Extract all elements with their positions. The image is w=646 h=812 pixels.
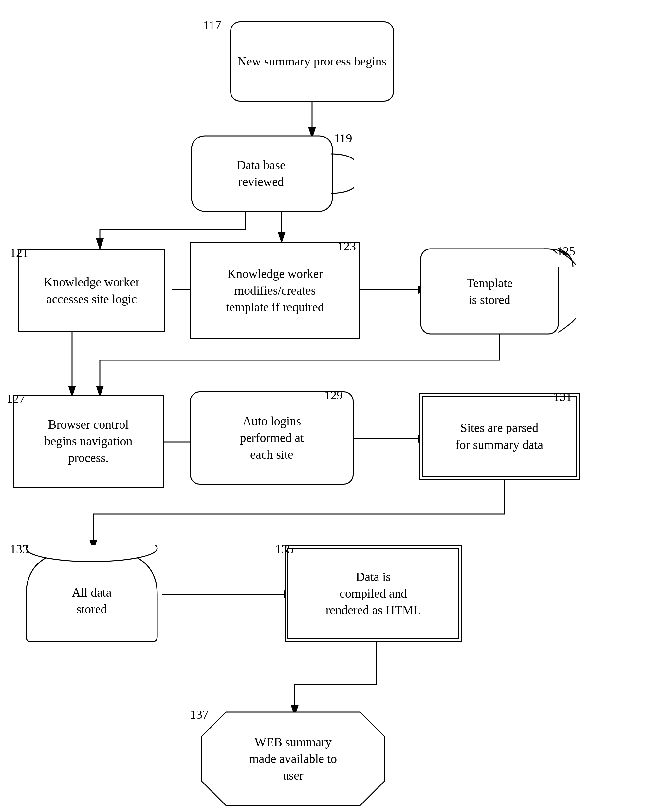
label-131: 131	[553, 390, 572, 404]
node-web-summary-text: WEB summarymade available touser	[249, 734, 337, 784]
node-all-data-stored: All datastored	[16, 545, 167, 643]
label-119: 119	[334, 131, 352, 145]
node-new-summary: New summary process begins	[230, 21, 394, 102]
label-117: 117	[203, 18, 221, 32]
node-browser-control-text: Browser controlbegins navigationprocess.	[44, 416, 132, 467]
node-kw-accesses-text: Knowledge workeraccesses site logic	[44, 274, 139, 307]
label-121: 121	[10, 246, 29, 260]
node-browser-control: Browser controlbegins navigationprocess.	[13, 395, 164, 488]
node-template-stored-text: Templateis stored	[467, 275, 513, 308]
node-data-compiled: Data iscompiled andrendered as HTML	[285, 545, 462, 642]
flowchart-diagram: New summary process begins 117 Data base…	[0, 0, 646, 812]
label-127: 127	[6, 391, 25, 406]
node-new-summary-text: New summary process begins	[238, 53, 387, 70]
node-kw-modifies: Knowledge workermodifies/createstemplate…	[190, 242, 360, 339]
node-all-data-stored-text: All datastored	[72, 584, 111, 618]
node-data-compiled-text: Data iscompiled andrendered as HTML	[325, 568, 421, 619]
node-web-summary: WEB summarymade available touser	[200, 710, 386, 807]
node-auto-logins-text: Auto loginsperformed ateach site	[240, 413, 304, 463]
node-kw-accesses: Knowledge workeraccesses site logic	[18, 249, 165, 332]
node-kw-modifies-text: Knowledge workermodifies/createstemplate…	[226, 266, 324, 316]
node-template-stored: Templateis stored	[419, 247, 576, 336]
node-database-reviewed-text: Data basereviewed	[237, 157, 286, 191]
label-125: 125	[557, 244, 575, 258]
node-sites-parsed: Sites are parsedfor summary data	[419, 393, 580, 480]
node-database-reviewed: Data basereviewed	[190, 134, 354, 213]
label-123: 123	[337, 239, 356, 253]
node-auto-logins: Auto loginsperformed ateach site	[190, 391, 354, 485]
label-129: 129	[324, 388, 343, 402]
label-137: 137	[190, 707, 209, 722]
label-135: 135	[275, 542, 294, 556]
node-sites-parsed-text: Sites are parsedfor summary data	[455, 420, 543, 453]
label-133: 133	[10, 542, 29, 556]
